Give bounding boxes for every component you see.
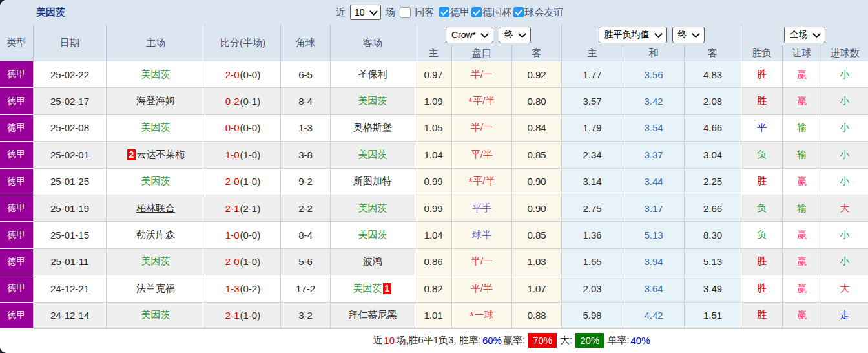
avg-odds-select[interactable]: 胜平负均值 [599, 27, 667, 43]
avg-select-group: 胜平负均值 终 [562, 25, 741, 45]
date-cell: 25-01-11 [34, 249, 107, 275]
team-name-link[interactable]: 2云达不莱梅 [127, 149, 185, 161]
league-cell: 德甲 [0, 222, 34, 248]
league-checkbox[interactable] [439, 7, 450, 17]
team-name-link[interactable]: 法兰克福 [136, 283, 175, 295]
same-venue-checkbox[interactable] [400, 7, 411, 18]
team-name-link[interactable]: 美因茨 [358, 229, 388, 241]
odds-away-cell: 0.92 [512, 61, 562, 88]
handicap-value: 半/一 [471, 122, 493, 134]
filter-bar: 近 10 场 同客 德甲德国杯球会友谊 [336, 0, 564, 25]
handicap-result-cell: 输 [783, 142, 822, 168]
chevron-down-icon [812, 30, 821, 38]
odds-away-cell: 0.90 [512, 195, 562, 222]
chevron-down-icon [369, 7, 378, 16]
bookmaker-select[interactable]: Crow* [446, 27, 493, 43]
odds-home-cell: 1.09 [415, 88, 452, 114]
handicap-value: 平/半 [471, 149, 493, 161]
team-name: 波鸿 [363, 255, 382, 266]
half-time-score: (0-0) [240, 122, 261, 133]
odds-home-cell: 1.05 [415, 115, 452, 142]
recent-count-select[interactable]: 10 [350, 5, 381, 20]
score-cell: 2-1(2-1) [205, 195, 281, 222]
team-name-link[interactable]: 美因茨 [358, 149, 388, 161]
sub-header-avg-draw: 和 [623, 45, 685, 61]
team-name-link[interactable]: 圣保利 [358, 69, 388, 81]
league-checkbox[interactable] [513, 7, 524, 17]
team-name-link[interactable]: 美因茨 [141, 309, 170, 321]
col-header-corner: 角球 [281, 25, 331, 61]
score-cell: 0-0(0-0) [205, 115, 281, 142]
avg-away-cell: 3.04 [685, 142, 741, 168]
summary-text: 赢率: [503, 334, 525, 347]
corner-cell: 9-2 [281, 169, 331, 195]
odds-home-cell: 0.99 [415, 169, 452, 195]
team-name-link[interactable]: 美因茨 [141, 122, 170, 134]
corner-cell: 5-6 [281, 249, 331, 275]
col-header-score: 比分(半场) [205, 25, 281, 61]
chevron-down-icon [480, 30, 489, 38]
odds-state-select[interactable]: 终 [499, 27, 531, 43]
half-time-score: (0-2) [240, 283, 261, 294]
team-name-link[interactable]: 美因茨 [358, 202, 388, 215]
summary-text: 场,胜6平1负3, 胜率: [396, 334, 481, 347]
date-cell: 25-02-17 [34, 88, 107, 114]
team-name-link[interactable]: 海登海姆 [136, 95, 175, 107]
team-name-link[interactable]: 斯图加特 [353, 175, 392, 187]
team-name: 美因茨 [141, 309, 170, 320]
team-name-link[interactable]: 美因茨 [141, 255, 170, 268]
team-name-link[interactable]: 奥格斯堡 [353, 122, 392, 134]
league-cell: 德甲 [0, 61, 34, 88]
avg-home-cell: 3.14 [562, 169, 623, 195]
team-name-link[interactable]: 勒沃库森 [136, 229, 175, 241]
team-name: 美因茨 [358, 202, 388, 213]
date-cell: 24-12-14 [34, 303, 107, 329]
handicap-star: * [468, 96, 472, 107]
corner-cell: 6-5 [281, 61, 331, 88]
team-name: 奥格斯堡 [353, 122, 392, 133]
goals-cell: 小 [822, 249, 868, 275]
avg-away-cell: 3.49 [685, 275, 741, 302]
team-name-link[interactable]: 美因茨1 [353, 283, 393, 295]
odds-home-cell: 1.04 [415, 142, 452, 168]
team-name-link[interactable]: 波鸿 [363, 255, 382, 268]
league-checkbox[interactable] [471, 7, 482, 17]
full-time-score: 1-0 [225, 230, 240, 241]
goals-cell: 小 [822, 88, 868, 114]
league-cell: 德甲 [0, 249, 34, 275]
team-name-link[interactable]: 美因茨 [141, 69, 170, 81]
match-history-panel: 美因茨 近 10 场 同客 德甲德国杯球会友谊 类型 日期 主场 比分(半场) … [0, 0, 868, 353]
summary-text: 40% [630, 335, 650, 346]
league-cell: 德甲 [0, 88, 34, 114]
sub-header-avg-home: 主 [562, 45, 623, 61]
home-team-cell: 美因茨 [107, 249, 205, 275]
away-team-cell: 美因茨 [331, 88, 415, 114]
scope-select[interactable]: 全场 [784, 27, 825, 43]
corner-cell: 8-4 [281, 88, 331, 114]
result-cell: 胜 [741, 88, 783, 114]
handicap-value: 平手 [472, 202, 491, 215]
handicap-cell: 半/一 [452, 249, 512, 275]
handicap-cell: 平/半 [452, 142, 512, 168]
team-name-link[interactable]: 美因茨 [358, 95, 388, 107]
odds-away-cell: 0.90 [512, 169, 562, 195]
away-team-cell: 波鸿 [331, 249, 415, 275]
avg-state-select-value: 终 [678, 29, 687, 41]
home-team-cell: 美因茨 [107, 115, 205, 142]
odds-home-cell: 1.01 [415, 303, 452, 329]
team-name-link[interactable]: 拜仁慕尼黑 [349, 309, 397, 321]
avg-state-select[interactable]: 终 [672, 27, 705, 43]
full-time-score: 2-0 [225, 256, 240, 267]
half-time-score: (2-1) [240, 203, 261, 214]
handicap-result-cell: 输 [783, 195, 822, 222]
avg-draw-cell: 4.42 [623, 303, 685, 329]
league-filter-0: 德甲 [439, 6, 470, 19]
chevron-down-icon [518, 30, 526, 38]
summary-rate-badge: 20% [575, 333, 604, 348]
handicap-cell: *一球 [452, 303, 512, 329]
team-name-link[interactable]: 美因茨 [141, 175, 170, 187]
away-team-cell: 美因茨 [331, 222, 415, 248]
result-cell: 胜 [741, 249, 783, 275]
team-name-link[interactable]: 柏林联合 [136, 202, 175, 215]
handicap-result-cell: 赢 [783, 275, 822, 302]
